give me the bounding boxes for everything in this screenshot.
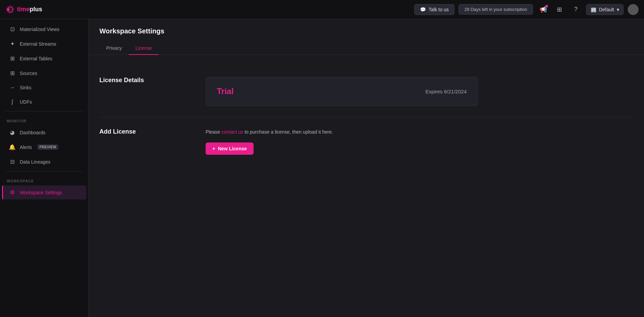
udfs-icon: ∫ bbox=[9, 99, 16, 105]
new-license-button[interactable]: + New License bbox=[206, 142, 254, 155]
logo-text: timeplus bbox=[17, 6, 42, 13]
page-header: Workspace Settings Privacy License bbox=[88, 19, 644, 55]
sidebar-item-sinks[interactable]: → Sinks bbox=[2, 81, 86, 94]
sidebar-divider-2 bbox=[5, 171, 83, 171]
notifications-button[interactable]: 📢 bbox=[537, 3, 549, 16]
sidebar-item-udfs[interactable]: ∫ UDFs bbox=[2, 95, 86, 109]
preview-badge: PREVIEW bbox=[37, 145, 59, 150]
svg-point-2 bbox=[7, 8, 10, 11]
plus-icon: + bbox=[212, 146, 215, 151]
license-card: Trial Expires 6/21/2024 bbox=[206, 77, 478, 106]
talk-to-us-button[interactable]: 💬 Talk to us bbox=[414, 4, 454, 15]
main-layout: ⊡ Materialized Views ✦ External Streams … bbox=[0, 19, 644, 317]
sidebar-item-workspace-settings[interactable]: ⚙ Workspace Settings bbox=[2, 185, 86, 199]
help-button[interactable]: ? bbox=[570, 3, 582, 16]
sources-icon: ⊞ bbox=[9, 70, 16, 76]
license-details-label: License Details bbox=[99, 77, 195, 84]
add-license-label: Add License bbox=[99, 128, 195, 135]
sidebar-item-external-streams[interactable]: ✦ External Streams bbox=[2, 37, 86, 51]
page-body: License Details Trial Expires 6/21/2024 … bbox=[88, 55, 644, 177]
topnav: timeplus 💬 Talk to us 29 Days left in yo… bbox=[0, 0, 644, 19]
external-streams-icon: ✦ bbox=[9, 41, 16, 47]
materialized-views-icon: ⊡ bbox=[9, 26, 16, 32]
license-expires: Expires 6/21/2024 bbox=[425, 89, 467, 94]
tab-license[interactable]: License bbox=[129, 42, 159, 55]
sidebar-item-sources[interactable]: ⊞ Sources bbox=[2, 66, 86, 80]
license-details-content: Trial Expires 6/21/2024 bbox=[206, 77, 633, 106]
timeplus-logo-icon bbox=[5, 5, 15, 14]
data-lineages-icon: ⊟ bbox=[9, 158, 16, 165]
external-tables-icon: ⊞ bbox=[9, 55, 16, 62]
sidebar-item-alerts[interactable]: 🔔 Alerts PREVIEW bbox=[2, 140, 86, 154]
alerts-icon: 🔔 bbox=[9, 144, 16, 150]
chat-icon: 💬 bbox=[420, 7, 426, 12]
sidebar-item-dashboards[interactable]: ◕ Dashboards bbox=[2, 125, 86, 139]
tab-privacy[interactable]: Privacy bbox=[99, 42, 129, 55]
add-license-row: Add License Please contact us to purchas… bbox=[99, 117, 633, 166]
sidebar-item-materialized-views[interactable]: ⊡ Materialized Views bbox=[2, 22, 86, 36]
license-type: Trial bbox=[217, 87, 234, 96]
subscription-badge: 29 Days left in your subscription bbox=[458, 4, 533, 15]
add-license-content: Please contact us to purchase a license,… bbox=[206, 128, 633, 155]
main-content: Workspace Settings Privacy License Licen… bbox=[88, 19, 644, 317]
tabs-bar: Privacy License bbox=[99, 42, 633, 55]
sidebar-divider-1 bbox=[5, 111, 83, 111]
logo[interactable]: timeplus bbox=[5, 5, 42, 14]
help-icon: ? bbox=[574, 6, 578, 13]
sinks-icon: → bbox=[9, 85, 16, 91]
sidebar-item-data-lineages[interactable]: ⊟ Data Lineages bbox=[2, 155, 86, 169]
workspace-selector[interactable]: 🏢 Default ▾ bbox=[586, 4, 624, 15]
dashboards-icon: ◕ bbox=[9, 129, 16, 136]
contact-us-link[interactable]: contact us bbox=[222, 129, 243, 135]
license-details-row: License Details Trial Expires 6/21/2024 bbox=[99, 66, 633, 117]
integrations-button[interactable]: ⊞ bbox=[553, 3, 566, 16]
workspace-section-label: WORKSPACE bbox=[0, 173, 88, 185]
grid-icon: ⊞ bbox=[557, 6, 562, 13]
workspace-icon: 🏢 bbox=[591, 7, 596, 12]
avatar[interactable] bbox=[628, 4, 639, 15]
monitor-section-label: MONITOR bbox=[0, 114, 88, 125]
notification-dot bbox=[545, 5, 548, 7]
sidebar-item-external-tables[interactable]: ⊞ External Tables bbox=[2, 51, 86, 65]
workspace-settings-icon: ⚙ bbox=[9, 189, 16, 196]
chevron-down-icon: ▾ bbox=[617, 7, 619, 12]
sidebar: ⊡ Materialized Views ✦ External Streams … bbox=[0, 19, 88, 317]
add-license-description: Please contact us to purchase a license,… bbox=[206, 128, 633, 136]
page-title: Workspace Settings bbox=[99, 27, 633, 35]
